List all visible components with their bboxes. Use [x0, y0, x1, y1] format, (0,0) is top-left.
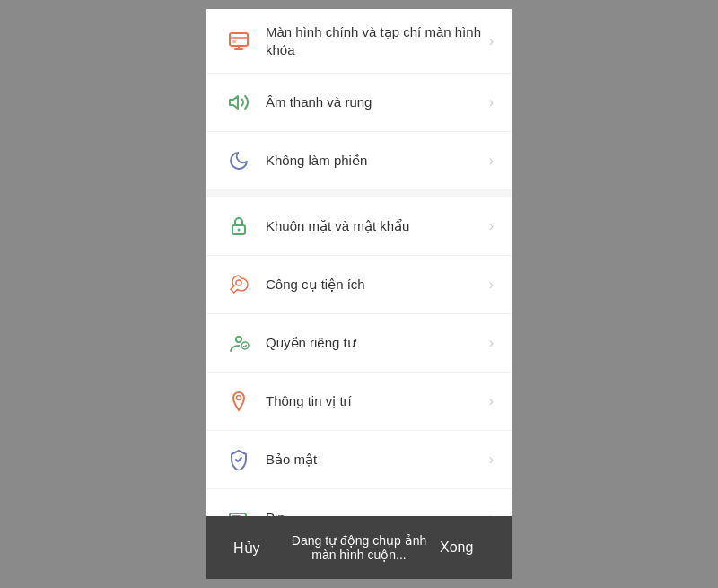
- pin-label: Pin: [266, 509, 482, 516]
- location-icon: [224, 387, 253, 416]
- svg-rect-0: [230, 33, 248, 46]
- chevron-icon: ›: [489, 94, 494, 110]
- settings-item-am-thanh[interactable]: Âm thanh và rung ›: [206, 74, 512, 132]
- khong-lam-phien-label: Không làm phiền: [266, 152, 482, 170]
- chevron-icon: ›: [489, 276, 494, 293]
- settings-item-thong-tin-vi-tri[interactable]: Thông tin vị trí ›: [206, 373, 512, 431]
- lock-icon: [224, 212, 253, 241]
- chevron-icon: ›: [489, 153, 494, 169]
- display-icon: [224, 27, 253, 56]
- am-thanh-label: Âm thanh và rung: [266, 93, 482, 111]
- phone-container: Màn hình chính và tạp chí màn hình khóa …: [206, 9, 512, 579]
- cong-cu-label: Công cụ tiện ích: [266, 276, 482, 294]
- settings-item-khong-lam-phien[interactable]: Không làm phiền ›: [206, 132, 512, 190]
- settings-item-bao-mat[interactable]: Bảo mật ›: [206, 431, 512, 489]
- quyen-rieng-label: Quyền riêng tư: [266, 334, 482, 352]
- status-text: Đang tự động chụp ảnh màn hình cuộn...: [278, 533, 440, 562]
- chevron-icon: ›: [489, 510, 494, 516]
- settings-item-man-hinh[interactable]: Màn hình chính và tạp chí màn hình khóa …: [206, 9, 512, 74]
- svg-point-4: [236, 280, 241, 285]
- battery-icon: [224, 504, 253, 516]
- svg-point-7: [237, 396, 241, 400]
- svg-point-3: [238, 229, 241, 232]
- svg-rect-1: [232, 40, 236, 43]
- chevron-icon: ›: [489, 393, 494, 409]
- settings-item-cong-cu[interactable]: Công cụ tiện ích ›: [206, 256, 512, 314]
- man-hinh-label: Màn hình chính và tạp chí màn hình khóa: [266, 23, 482, 58]
- chevron-icon: ›: [489, 218, 494, 234]
- settings-list: Màn hình chính và tạp chí màn hình khóa …: [206, 9, 512, 516]
- chevron-icon: ›: [489, 335, 494, 351]
- settings-item-pin[interactable]: Pin ›: [206, 489, 512, 516]
- moon-icon: [224, 146, 253, 175]
- confirm-button[interactable]: Xong: [440, 540, 485, 556]
- privacy-icon: [224, 329, 253, 357]
- sound-icon: [224, 88, 253, 117]
- chevron-icon: ›: [489, 33, 494, 49]
- cancel-button[interactable]: Hủy: [233, 540, 278, 557]
- khuon-mat-label: Khuôn mặt và mật khẩu: [266, 217, 482, 235]
- thong-tin-vi-tri-label: Thông tin vị trí: [266, 392, 482, 410]
- svg-point-5: [236, 337, 241, 342]
- chevron-icon: ›: [489, 452, 494, 468]
- settings-item-khuon-mat[interactable]: Khuôn mặt và mật khẩu ›: [206, 197, 512, 256]
- bao-mat-label: Bảo mật: [266, 451, 482, 469]
- settings-item-quyen-rieng[interactable]: Quyền riêng tư ›: [206, 314, 512, 373]
- separator: [206, 190, 512, 197]
- security-icon: [224, 445, 253, 474]
- tools-icon: [224, 270, 253, 299]
- bottom-bar: Hủy Đang tự động chụp ảnh màn hình cuộn.…: [206, 516, 512, 579]
